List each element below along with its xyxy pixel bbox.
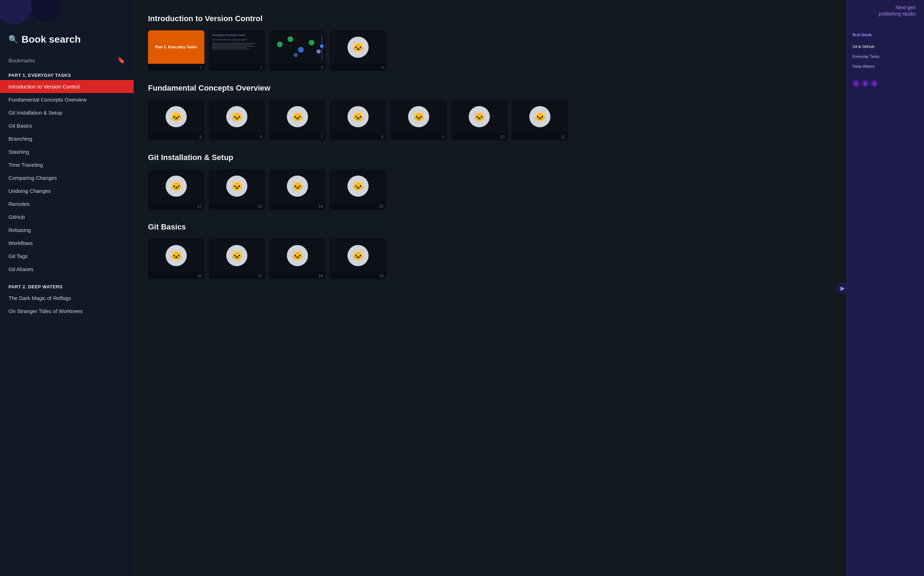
slide-number: 9 (391, 133, 447, 140)
slide-card[interactable]: 🐱 8 (330, 100, 386, 140)
slide-cat-icon: 🐱 (348, 106, 369, 127)
slide-orange-text: Part 1. Everyday Tasks (151, 40, 201, 54)
right-panel-item[interactable]: Git & GitHub: (847, 42, 924, 51)
part2-label: PART 2. DEEP WATERS (0, 281, 134, 291)
bookmark-icon[interactable]: 🔖 (117, 56, 125, 64)
slides-grid-fundamental: 🐱 5 🐱 6 🐱 7 🐱 8 (148, 100, 832, 140)
slide-card[interactable]: 🐱 19 (330, 238, 386, 279)
slide-number: 3 (269, 64, 326, 71)
sidebar-item-remotes[interactable]: Remotes (0, 197, 134, 210)
panel-toggle-arrow[interactable]: ▶ (837, 282, 848, 294)
section-title-git-basics: Git Basics (148, 222, 832, 232)
svg-point-1 (277, 42, 282, 47)
slide-cat-icon: 🐱 (469, 106, 490, 127)
slide-number: 12 (148, 203, 204, 210)
slide-cat-icon: 🐱 (348, 245, 369, 266)
slide-cat-icon: 🐱 (166, 106, 187, 127)
sidebar: 🔍 Book search Bookmarks 🔖 PART 1. EVERYD… (0, 0, 134, 576)
badges-row: 1 2 3 (847, 77, 924, 90)
slide-number: 8 (330, 133, 386, 140)
slide-cat-icon: 🐱 (226, 245, 247, 266)
sidebar-item-stashing[interactable]: Stashing (0, 145, 134, 158)
slide-number: 19 (330, 272, 386, 279)
slide-cat-icon: 🐱 (348, 37, 369, 58)
main-content: Introduction to Version Control Part 1. … (134, 0, 846, 576)
sidebar-item-git-installation[interactable]: Git Installation & Setup (0, 106, 134, 119)
slide-cat-icon: 🐱 (348, 176, 369, 197)
slide-cat-icon: 🐱 (287, 106, 308, 127)
bookmarks-label: Bookmarks (8, 58, 35, 64)
sidebar-item-branching[interactable]: Branching (0, 132, 134, 145)
sidebar-item-on-stranger-tides[interactable]: On Stranger Tides of Worktrees (0, 304, 134, 318)
slides-grid-git-basics: 🐱 16 🐱 17 🐱 18 🐱 19 (148, 238, 832, 279)
right-panel-title: first book (852, 32, 872, 37)
sidebar-item-dark-magic-reflogs[interactable]: The Dark Magic of Reflogs (0, 291, 134, 304)
sidebar-item-github[interactable]: GitHub (0, 210, 134, 224)
slide-number: 17 (209, 272, 265, 279)
slide-card[interactable]: 🐱 14 (269, 169, 326, 210)
slide-card[interactable]: 🐱 11 (512, 100, 568, 140)
slide-card[interactable]: 🐱 15 (330, 169, 386, 210)
slide-cat-icon: 🐱 (226, 176, 247, 197)
slide-cat-icon: 🐱 (166, 245, 187, 266)
slide-card[interactable]: 🐱 7 (269, 100, 326, 140)
search-title: Book search (21, 34, 81, 45)
slide-card[interactable]: 🐱 5 (148, 100, 204, 140)
slide-number: 14 (269, 203, 326, 210)
slide-number: 11 (512, 133, 568, 140)
slide-number: 4 (330, 64, 386, 71)
right-panel-item[interactable]: Everyday Tasks (847, 51, 924, 61)
right-panel: first book Git & GitHub: Everyday Tasks … (846, 0, 924, 576)
slide-card[interactable]: 🐱 9 (391, 100, 447, 140)
panel-divider (847, 74, 924, 74)
sidebar-item-git-aliases[interactable]: Git Aliases (0, 262, 134, 276)
slide-question: So what do we want to get? (212, 38, 247, 41)
sidebar-item-git-tags[interactable]: Git Tags (0, 250, 134, 262)
slide-card[interactable]: 🐱 13 (209, 169, 265, 210)
badge-2[interactable]: 2 (862, 80, 869, 87)
part1-label: PART 1. EVERYDAY TASKS (0, 70, 134, 80)
slide-number: 13 (209, 203, 265, 210)
sidebar-item-undoing-changes[interactable]: Undoing Changes (0, 184, 134, 197)
slide-number: 7 (269, 133, 326, 140)
svg-point-8 (320, 45, 324, 48)
slide-card[interactable]: 🐱 18 (269, 238, 326, 279)
slide-cat-icon: 🐱 (408, 106, 429, 127)
sidebar-item-comparing-changes[interactable]: Comparing Changes (0, 171, 134, 184)
right-panel-item[interactable]: Deep Waters (847, 61, 924, 71)
svg-point-5 (316, 50, 321, 54)
brand-line2: publishing studio (879, 11, 916, 16)
sidebar-item-workflows[interactable]: Workflows (0, 237, 134, 250)
slide-card[interactable]: 3 (269, 30, 326, 71)
slide-cat-icon: 🐱 (529, 106, 551, 127)
sidebar-item-rebasing[interactable]: Rebasing (0, 224, 134, 237)
slide-card[interactable]: 🐱 12 (148, 169, 204, 210)
slide-card[interactable]: Part 1. Everyday Tasks 1 (148, 30, 204, 71)
section-title-intro: Introduction to Version Control (148, 14, 832, 23)
slide-cat-icon: 🐱 (166, 176, 187, 197)
slide-card[interactable]: 🐱 17 (209, 238, 265, 279)
slide-card[interactable]: 🐱 4 (330, 30, 386, 71)
slide-card[interactable]: 🐱 10 (451, 100, 507, 140)
slides-grid-intro: Part 1. Everyday Tasks 1 Introduction to… (148, 30, 832, 71)
slide-card[interactable]: Introduction to Version Control So what … (209, 30, 265, 71)
sidebar-item-fundamental-concepts[interactable]: Fundamental Concepts Overview (0, 93, 134, 106)
svg-point-6 (294, 53, 298, 57)
slide-number: 18 (269, 272, 326, 279)
bookmarks-row: Bookmarks 🔖 (0, 54, 134, 70)
slide-card[interactable]: 🐱 6 (209, 100, 265, 140)
arrow-icon: ▶ (841, 285, 845, 291)
sidebar-item-intro-version-control[interactable]: Introduction to Version Control (0, 80, 134, 93)
sidebar-item-git-basics[interactable]: Git Basics (0, 119, 134, 132)
search-bar: 🔍 Book search (0, 28, 134, 54)
slide-cat-icon: 🐱 (287, 176, 308, 197)
brand-label: Next-gen publishing studio (870, 0, 924, 21)
badge-1[interactable]: 1 (852, 80, 860, 87)
badge-3[interactable]: 3 (871, 80, 878, 87)
svg-rect-0 (269, 30, 326, 64)
svg-point-4 (309, 40, 314, 45)
section-title-fundamental: Fundamental Concepts Overview (148, 83, 832, 93)
sidebar-item-time-traveling[interactable]: Time Traveling (0, 158, 134, 171)
slide-number: 16 (148, 272, 204, 279)
slide-card[interactable]: 🐱 16 (148, 238, 204, 279)
